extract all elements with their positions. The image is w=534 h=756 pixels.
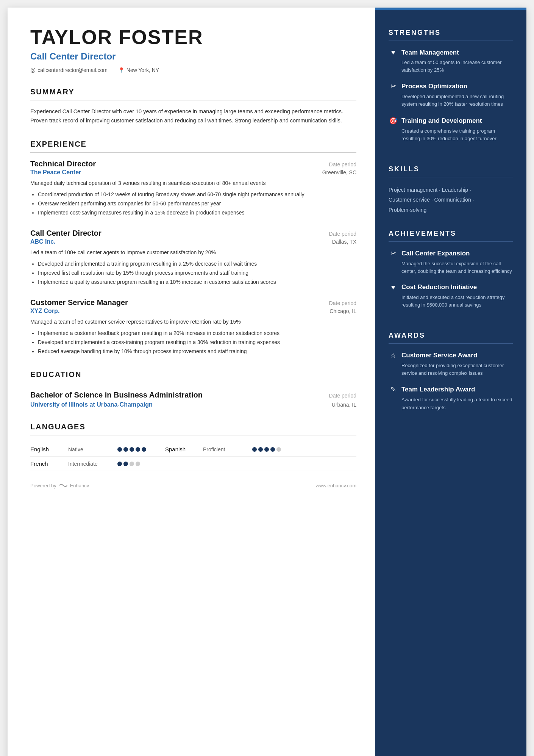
left-column: TAYLOR FOSTER Call Center Director @ cal… <box>8 8 375 756</box>
strength-name-2: Training and Development <box>401 117 482 125</box>
languages-divider <box>30 435 356 435</box>
dot-s3 <box>264 447 269 452</box>
exp-desc-1: Led a team of 100+ call center agents to… <box>30 248 356 257</box>
skills-line-0: Project management · Leadership · <box>389 185 513 195</box>
achievements-section: ACHIEVEMENTS ✂ Call Center Expansion Man… <box>389 230 513 318</box>
exp-bullet-1-0: Developed and implemented a training pro… <box>38 260 356 269</box>
lang-level-english: Native <box>68 446 110 452</box>
exp-role-0: Technical Director <box>30 160 96 168</box>
achievements-title: ACHIEVEMENTS <box>389 230 513 238</box>
dot-e2 <box>123 447 128 452</box>
summary-section: SUMMARY Experienced Call Center Director… <box>30 88 356 125</box>
education-divider <box>30 383 356 383</box>
award-desc-1: Awarded for successfully leading a team … <box>389 396 513 411</box>
resume-container: TAYLOR FOSTER Call Center Director @ cal… <box>8 8 526 756</box>
dot-e5 <box>142 447 146 452</box>
strength-desc-1: Developed and implemented a new call rou… <box>389 93 513 108</box>
lang-row-french: French Intermediate <box>30 457 356 471</box>
award-icon-1: ✎ <box>389 385 398 394</box>
location-icon: 📍 <box>118 67 125 73</box>
edu-school-row-0: University of Illinois at Urbana-Champai… <box>30 401 356 408</box>
strengths-divider <box>389 41 513 41</box>
award-desc-0: Recognized for providing exceptional cus… <box>389 362 513 377</box>
edu-header-0: Bachelor of Science in Business Administ… <box>30 390 356 400</box>
strength-header-1: ✂ Process Optimization <box>389 82 513 91</box>
award-item-0: ☆ Customer Service Award Recognized for … <box>389 351 513 377</box>
edu-item-0: Bachelor of Science in Business Administ… <box>30 390 356 408</box>
summary-text: Experienced Call Center Director with ov… <box>30 107 356 125</box>
exp-item-0: Technical Director Date period The Peace… <box>30 160 356 218</box>
exp-desc-2: Managed a team of 50 customer service re… <box>30 318 356 326</box>
award-icon-0: ☆ <box>389 351 398 360</box>
lang-name-english: English <box>30 446 61 452</box>
exp-bullet-0-1: Oversaw resident performing arts compani… <box>38 199 356 208</box>
exp-role-2: Customer Service Manager <box>30 298 128 307</box>
dot-f4 <box>136 462 140 466</box>
languages-title: LANGUAGES <box>30 423 356 431</box>
lang-row-english: English Native Spanish Proficient <box>30 442 356 457</box>
strength-icon-2: 🎯 <box>389 117 398 125</box>
dot-s4 <box>270 447 275 452</box>
exp-bullet-2-2: Reduced average handling time by 10% thr… <box>38 347 356 356</box>
achievement-desc-0: Managed the successful expansion of the … <box>389 260 513 275</box>
lang-dots-french <box>117 462 140 466</box>
strength-header-0: ♥ Team Management <box>389 49 513 56</box>
education-title: EDUCATION <box>30 370 356 379</box>
header-title: Call Center Director <box>30 51 356 62</box>
exp-company-1: ABC Inc. <box>30 238 56 245</box>
skills-divider <box>389 177 513 177</box>
strength-desc-0: Led a team of 50 agents to increase cust… <box>389 59 513 74</box>
exp-item-2: Customer Service Manager Date period XYZ… <box>30 298 356 356</box>
education-section: EDUCATION Bachelor of Science in Busines… <box>30 370 356 408</box>
exp-bullets-0: Coordinated production of 10-12 weeks of… <box>30 190 356 217</box>
exp-company-row-0: The Peace Center Greenville, SC <box>30 169 356 176</box>
exp-company-2: XYZ Corp. <box>30 308 59 315</box>
footer-website: www.enhancv.com <box>316 483 356 488</box>
lang-name-spanish: Spanish <box>165 446 195 452</box>
skills-title: SKILLS <box>389 165 513 173</box>
exp-bullet-2-1: Developed and implemented a cross-traini… <box>38 338 356 347</box>
experience-section: EXPERIENCE Technical Director Date perio… <box>30 140 356 356</box>
enhancv-logo <box>59 482 68 488</box>
exp-location-0: Greenville, SC <box>322 169 356 175</box>
lang-grid: English Native Spanish Proficient <box>30 442 356 471</box>
skills-line-2: Problem-solving <box>389 205 513 215</box>
exp-desc-0: Managed daily technical operation of 3 v… <box>30 179 356 187</box>
exp-item-1: Call Center Director Date period ABC Inc… <box>30 229 356 287</box>
exp-bullet-1-1: Improved first call resolution rate by 1… <box>38 269 356 278</box>
strength-name-1: Process Optimization <box>401 83 467 90</box>
edu-degree-0: Bachelor of Science in Business Administ… <box>30 390 203 400</box>
email-icon: @ <box>30 67 36 73</box>
footer-brand-name: Enhancv <box>70 483 89 488</box>
strength-desc-2: Created a comprehensive training program… <box>389 127 513 142</box>
experience-title: EXPERIENCE <box>30 140 356 149</box>
dot-f1 <box>117 462 122 466</box>
right-top-bar <box>375 8 526 10</box>
lang-dots-spanish <box>252 447 281 452</box>
exp-date-0: Date period <box>329 161 356 167</box>
achievement-item-1: ♥ Cost Reduction Initiative Initiated an… <box>389 283 513 309</box>
award-header-0: ☆ Customer Service Award <box>389 351 513 360</box>
exp-bullet-1-2: Implemented a quality assurance program … <box>38 278 356 287</box>
exp-header-0: Technical Director Date period <box>30 160 356 168</box>
dot-s1 <box>252 447 257 452</box>
edu-location-0: Urbana, IL <box>332 402 356 408</box>
lang-dots-english <box>117 447 146 452</box>
summary-divider <box>30 100 356 100</box>
achievement-desc-1: Initiated and executed a cost reduction … <box>389 294 513 309</box>
email-contact: @ callcenterdirector@email.com <box>30 67 108 73</box>
exp-role-1: Call Center Director <box>30 229 101 238</box>
exp-location-2: Chicago, IL <box>329 308 356 314</box>
dot-f2 <box>123 462 128 466</box>
exp-company-row-2: XYZ Corp. Chicago, IL <box>30 308 356 315</box>
footer: Powered by Enhancv www.enhancv.com <box>30 471 356 488</box>
header-name: TAYLOR FOSTER <box>30 27 356 48</box>
exp-location-1: Dallas, TX <box>332 239 356 245</box>
awards-divider <box>389 343 513 344</box>
lang-level-spanish: Proficient <box>203 446 245 452</box>
languages-section: LANGUAGES English Native Spanish <box>30 423 356 471</box>
strength-item-2: 🎯 Training and Development Created a com… <box>389 117 513 142</box>
achievements-divider <box>389 241 513 242</box>
award-header-1: ✎ Team Leadership Award <box>389 385 513 394</box>
dot-f3 <box>130 462 134 466</box>
